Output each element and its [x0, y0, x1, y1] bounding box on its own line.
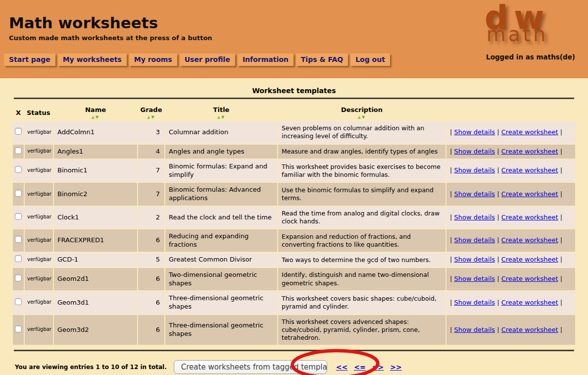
sort-grade-icons[interactable]: ▲▼ [139, 115, 163, 119]
row-select-checkbox[interactable] [15, 128, 22, 135]
row-title: Binomic formulas: Advanced applications [165, 183, 277, 205]
sort-description-icons[interactable]: ▲▼ [279, 115, 444, 119]
sort-down-icon[interactable]: ▼ [151, 115, 155, 119]
row-actions: | Show details | Create worksheet | [446, 183, 575, 205]
nav-button-my-worksheets[interactable]: My worksheets [58, 54, 127, 66]
sort-down-icon[interactable]: ▼ [362, 115, 366, 119]
table-row: verfügbar Geom3d2 6 Three-dimensional ge… [13, 315, 575, 345]
row-select-checkbox[interactable] [15, 147, 22, 154]
row-name: Clock1 [54, 207, 137, 229]
row-name: Geom3d2 [54, 315, 137, 345]
row-actions: | Show details | Create worksheet | [446, 145, 575, 159]
nav-button-information[interactable]: Information [238, 54, 294, 66]
nav-button-my-rooms[interactable]: My rooms [129, 54, 177, 66]
link-separator: | [497, 148, 499, 155]
show-details-link[interactable]: Show details [454, 214, 495, 221]
show-details-link[interactable]: Show details [454, 190, 495, 198]
show-details-link[interactable]: Show details [454, 275, 495, 282]
row-grade: 6 [138, 315, 164, 345]
row-select-checkbox[interactable] [15, 255, 22, 262]
row-select-checkbox[interactable] [15, 166, 22, 173]
row-description: This worksheet covers basic shapes: cube… [278, 291, 445, 314]
link-separator: | [450, 214, 452, 221]
create-worksheet-link[interactable]: Create worksheet [501, 275, 558, 282]
nav-button-log-out[interactable]: Log out [350, 54, 390, 66]
sort-down-icon[interactable]: ▼ [221, 115, 225, 119]
row-actions: | Show details | Create worksheet | [446, 253, 575, 267]
row-status: verfügbar [25, 315, 53, 345]
create-worksheet-link[interactable]: Create worksheet [501, 128, 558, 136]
table-caption: Worksheet templates [10, 78, 578, 98]
row-title: Angles and angle types [165, 145, 277, 159]
create-from-tagged-button[interactable]: Create worksheets from tagged templates [174, 360, 327, 374]
row-select-cell [13, 145, 24, 159]
show-details-link[interactable]: Show details [454, 128, 495, 136]
row-select-checkbox[interactable] [15, 298, 22, 305]
row-description: Identify, distinguish and name two-dimen… [278, 268, 445, 290]
show-details-link[interactable]: Show details [454, 299, 495, 306]
link-separator: | [450, 275, 452, 282]
row-select-checkbox[interactable] [15, 213, 22, 220]
column-header-name-label: Name [85, 106, 106, 113]
show-details-link[interactable]: Show details [454, 166, 495, 174]
row-status: verfügbar [25, 160, 53, 182]
link-separator: | [497, 128, 499, 136]
sort-up-icon[interactable]: ▲ [358, 115, 362, 119]
column-header-actions [446, 101, 575, 120]
pagination-next-link[interactable]: => [372, 363, 384, 371]
create-worksheet-link[interactable]: Create worksheet [501, 326, 558, 333]
pagination-last-link[interactable]: >> [390, 363, 401, 371]
link-separator: | [450, 148, 452, 155]
page-header: Math worksheets Custom made math workshe… [0, 0, 588, 78]
sort-title-icons[interactable]: ▲▼ [166, 115, 276, 119]
row-name: GCD-1 [54, 253, 137, 267]
row-select-checkbox[interactable] [15, 190, 22, 197]
row-description: Measure and draw angles, identify types … [278, 145, 445, 159]
viewing-entries-text: You are viewing entries 1 to 10 of 12 in… [15, 364, 167, 371]
row-description: Seven problems on columnar addition with… [278, 121, 445, 144]
nav-button-start-page[interactable]: Start page [4, 54, 55, 66]
row-select-checkbox[interactable] [15, 325, 22, 332]
row-title: Three-dimensional geometric shapes [165, 315, 277, 345]
create-worksheet-link[interactable]: Create worksheet [501, 236, 558, 244]
sort-down-icon[interactable]: ▼ [96, 115, 99, 119]
create-worksheet-link[interactable]: Create worksheet [501, 256, 558, 263]
sort-up-icon[interactable]: ▲ [217, 115, 221, 119]
row-grade: 3 [138, 121, 164, 144]
show-details-link[interactable]: Show details [454, 256, 495, 263]
nav-button-user-profile[interactable]: User profile [180, 54, 235, 66]
create-worksheet-link[interactable]: Create worksheet [501, 214, 558, 221]
create-worksheet-link[interactable]: Create worksheet [501, 299, 558, 306]
pagination-first-link[interactable]: << [336, 363, 347, 371]
table-row: verfügbar Geom2d1 6 Two-dimensional geom… [13, 268, 575, 290]
row-status: verfügbar [25, 229, 53, 252]
link-separator: | [497, 166, 499, 174]
footer-top-divider [14, 350, 574, 351]
column-header-title: Title ▲▼ [165, 101, 277, 120]
row-actions: | Show details | Create worksheet | [446, 229, 575, 252]
sort-up-icon[interactable]: ▲ [147, 115, 151, 119]
sort-up-icon[interactable]: ▲ [92, 115, 96, 119]
row-status: verfügbar [25, 183, 53, 205]
link-separator: | [497, 326, 499, 333]
link-separator: | [497, 236, 499, 244]
row-actions: | Show details | Create worksheet | [446, 315, 575, 345]
link-separator: | [497, 214, 499, 221]
row-actions: | Show details | Create worksheet | [446, 268, 575, 290]
table-row: verfügbar Binomic1 7 Binomic formulas: E… [13, 160, 575, 182]
row-title: Greatest Common Divisor [165, 253, 277, 267]
row-select-checkbox[interactable] [15, 236, 22, 243]
create-worksheet-link[interactable]: Create worksheet [501, 166, 558, 174]
show-details-link[interactable]: Show details [454, 148, 495, 155]
column-header-description-label: Description [341, 106, 383, 113]
create-worksheet-link[interactable]: Create worksheet [501, 148, 558, 155]
show-details-link[interactable]: Show details [454, 236, 495, 244]
sort-name-icons[interactable]: ▲▼ [55, 115, 136, 119]
row-select-checkbox[interactable] [15, 274, 22, 281]
row-name: Binomic2 [54, 183, 137, 205]
pagination-prev-link[interactable]: <= [354, 363, 365, 371]
link-separator: | [450, 299, 452, 306]
nav-button-tips-faq[interactable]: Tips & FAQ [296, 54, 348, 66]
show-details-link[interactable]: Show details [454, 326, 495, 333]
create-worksheet-link[interactable]: Create worksheet [501, 190, 558, 198]
